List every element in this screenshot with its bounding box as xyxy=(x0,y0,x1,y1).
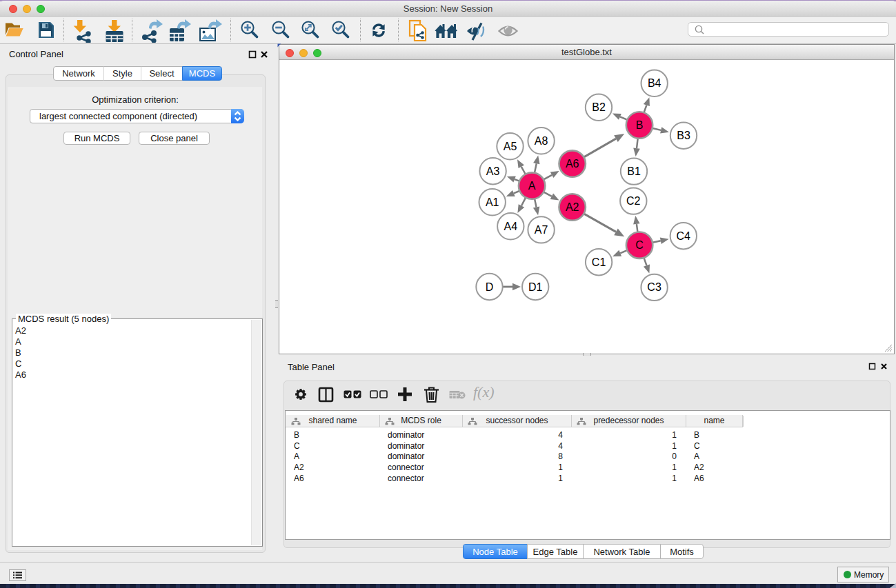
svg-text:C2: C2 xyxy=(626,195,641,207)
svg-text:C3: C3 xyxy=(647,281,661,293)
svg-text:C: C xyxy=(635,239,644,251)
svg-text:B2: B2 xyxy=(592,101,606,113)
svg-text:C1: C1 xyxy=(592,256,606,268)
svg-text:A1: A1 xyxy=(486,196,499,208)
svg-text:A5: A5 xyxy=(504,141,517,152)
svg-text:B3: B3 xyxy=(677,130,690,141)
svg-text:D: D xyxy=(486,281,494,293)
svg-text:C4: C4 xyxy=(677,230,691,242)
svg-text:D1: D1 xyxy=(528,281,543,293)
svg-text:A7: A7 xyxy=(535,224,548,236)
svg-text:A3: A3 xyxy=(486,165,500,177)
svg-text:B1: B1 xyxy=(627,165,641,177)
svg-text:B4: B4 xyxy=(648,77,661,89)
svg-text:A6: A6 xyxy=(566,158,579,170)
svg-text:B: B xyxy=(636,119,644,131)
svg-text:A4: A4 xyxy=(504,221,518,232)
svg-text:A8: A8 xyxy=(535,135,548,147)
svg-text:A: A xyxy=(528,180,536,192)
svg-text:A2: A2 xyxy=(566,201,579,213)
